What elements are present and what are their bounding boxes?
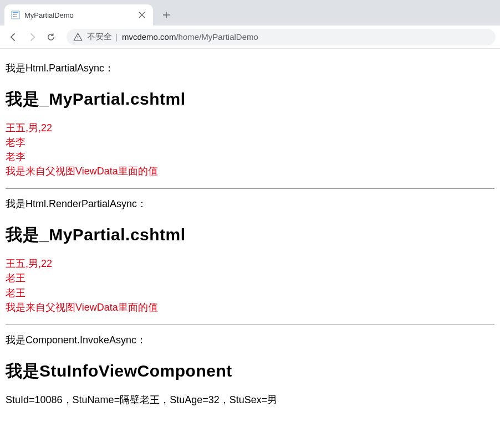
section3-heading: 我是StuInfoViewComponent — [6, 360, 494, 383]
new-tab-button[interactable] — [159, 7, 174, 23]
section1-heading: 我是_MyPartial.cshtml — [6, 88, 494, 111]
not-secure-icon — [73, 32, 83, 42]
url-path: /home/MyPartialDemo — [176, 32, 258, 42]
section1-line3: 老李 — [6, 150, 494, 164]
section2-line3: 老王 — [6, 286, 494, 300]
back-button[interactable] — [4, 28, 22, 46]
reload-button[interactable] — [42, 28, 60, 46]
section2-line4: 我是来自父视图ViewData里面的值 — [6, 300, 494, 315]
section1-data: 王五,男,22 老李 老李 我是来自父视图ViewData里面的值 — [6, 121, 494, 178]
forward-button[interactable] — [23, 28, 41, 46]
section1-intro: 我是Html.PartialAsync： — [6, 61, 494, 76]
browser-toolbar: 不安全 | mvcdemo.com/home/MyPartialDemo — [0, 25, 500, 49]
address-separator: | — [115, 32, 118, 42]
browser-tab-strip: MyPartialDemo — [0, 0, 500, 25]
section3-intro: 我是Component.InvokeAsync： — [6, 333, 494, 348]
svg-rect-3 — [13, 16, 17, 17]
security-label: 不安全 — [87, 32, 112, 42]
svg-rect-1 — [13, 12, 18, 13]
tab-close-button[interactable] — [137, 11, 146, 19]
tab-title: MyPartialDemo — [24, 11, 137, 19]
browser-tab[interactable]: MyPartialDemo — [4, 4, 153, 25]
url-text: mvcdemo.com/home/MyPartialDemo — [122, 32, 258, 42]
page-content: 我是Html.PartialAsync： 我是_MyPartial.cshtml… — [0, 49, 500, 414]
address-bar[interactable]: 不安全 | mvcdemo.com/home/MyPartialDemo — [67, 29, 496, 45]
section2-line2: 老王 — [6, 271, 494, 285]
section2-data: 王五,男,22 老王 老王 我是来自父视图ViewData里面的值 — [6, 256, 494, 314]
section1-line1: 王五,男,22 — [6, 121, 494, 135]
section3-detail: StuId=10086，StuName=隔壁老王，StuAge=32，StuSe… — [6, 393, 494, 408]
url-host: mvcdemo.com — [122, 32, 176, 42]
section1-line4: 我是来自父视图ViewData里面的值 — [6, 164, 494, 178]
tab-favicon-icon — [11, 11, 20, 19]
section2-intro: 我是Html.RenderPartialAsync： — [6, 197, 494, 212]
svg-point-9 — [78, 39, 78, 39]
svg-rect-2 — [13, 14, 17, 15]
section2-heading: 我是_MyPartial.cshtml — [6, 224, 494, 246]
section1-line2: 老李 — [6, 135, 494, 150]
divider-2 — [6, 325, 494, 325]
divider-1 — [6, 188, 494, 189]
section2-line1: 王五,男,22 — [6, 256, 494, 271]
